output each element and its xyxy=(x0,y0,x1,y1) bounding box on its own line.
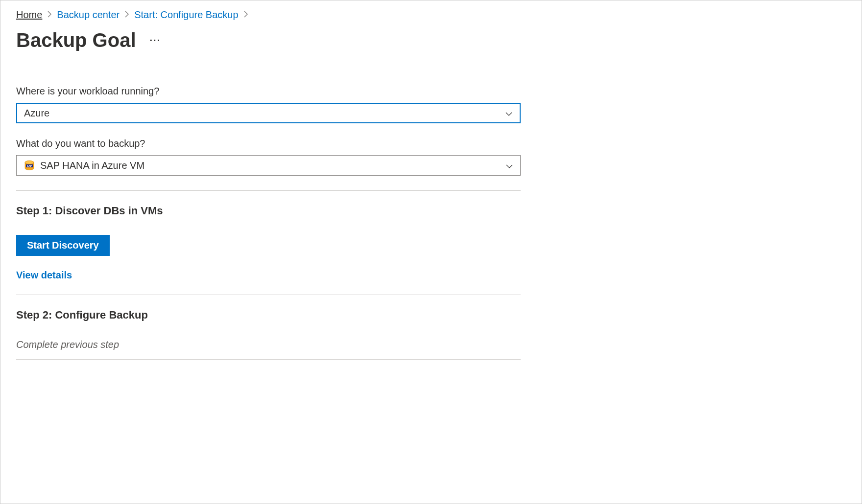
chevron-right-icon xyxy=(47,11,52,20)
chevron-down-icon xyxy=(505,109,513,117)
page-container: Home Backup center Start: Configure Back… xyxy=(0,0,862,504)
step2-hint: Complete previous step xyxy=(16,339,521,350)
step2-title: Step 2: Configure Backup xyxy=(16,309,521,321)
form-section: Where is your workload running? Azure Wh… xyxy=(16,86,521,360)
divider xyxy=(16,359,521,360)
page-title: Backup Goal xyxy=(16,29,136,51)
sap-hana-icon: SAP xyxy=(24,160,35,171)
workload-value: Azure xyxy=(24,108,49,119)
chevron-right-icon xyxy=(124,11,129,20)
svg-point-1 xyxy=(25,161,34,164)
divider xyxy=(16,295,521,295)
step1-title: Step 1: Discover DBs in VMs xyxy=(16,205,521,217)
breadcrumb-home[interactable]: Home xyxy=(16,9,42,21)
page-title-row: Backup Goal ··· xyxy=(16,29,846,51)
breadcrumb-backup-center[interactable]: Backup center xyxy=(57,9,120,21)
breadcrumb: Home Backup center Start: Configure Back… xyxy=(16,9,846,21)
start-discovery-button[interactable]: Start Discovery xyxy=(16,235,110,256)
backup-type-label: What do you want to backup? xyxy=(16,138,521,149)
breadcrumb-configure-backup[interactable]: Start: Configure Backup xyxy=(134,9,238,21)
backup-type-field-group: What do you want to backup? SAP SAP HANA… xyxy=(16,138,521,176)
backup-type-value: SAP HANA in Azure VM xyxy=(40,160,144,171)
chevron-down-icon xyxy=(505,161,513,169)
view-details-link[interactable]: View details xyxy=(16,270,72,281)
svg-text:SAP: SAP xyxy=(27,164,32,167)
workload-dropdown[interactable]: Azure xyxy=(16,103,521,123)
divider xyxy=(16,190,521,191)
workload-label: Where is your workload running? xyxy=(16,86,521,97)
more-icon[interactable]: ··· xyxy=(150,35,161,46)
backup-type-dropdown[interactable]: SAP SAP HANA in Azure VM xyxy=(16,155,521,176)
chevron-right-icon xyxy=(243,11,248,20)
workload-field-group: Where is your workload running? Azure xyxy=(16,86,521,123)
